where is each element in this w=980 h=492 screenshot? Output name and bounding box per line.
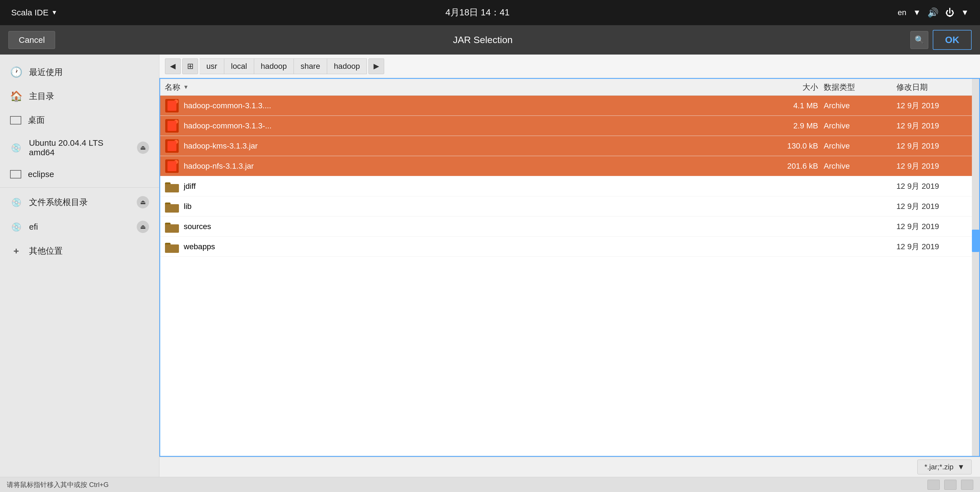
table-row[interactable]: sources12 9月 2019 [160,217,979,237]
sidebar-item-desktop[interactable]: 桌面 [0,108,159,132]
back-arrow-icon: ◀ [170,62,176,70]
language-arrow-icon[interactable]: ▼ [913,8,921,17]
plus-icon: + [10,245,22,256]
file-date-cell: 12 9月 2019 [896,100,975,111]
table-row[interactable]: lib12 9月 2019 [160,196,979,217]
dialog-body: 🕐 最近使用 🏠 主目录 桌面 💿 Ubuntu 20.04.4 LTS amd… [0,54,980,477]
sidebar-item-other[interactable]: + 其他位置 [0,239,159,263]
sidebar-label-efi: efi [29,222,38,232]
file-rows-container: hadoop-common-3.1.3....4.1 MBArchive12 9… [160,96,979,257]
file-name-cell: jdiff [184,182,768,191]
folder-icon [165,239,179,254]
breadcrumb-hadoop1[interactable]: hadoop [254,59,294,74]
status-hint: 请将鼠标指针移入其中或按 Ctrl+G [7,480,109,489]
svg-rect-5 [165,225,179,233]
file-name-cell: hadoop-kms-3.1.3.jar [184,142,768,150]
table-row[interactable]: hadoop-common-3.1.3....4.1 MBArchive12 9… [160,96,979,116]
efi-icon: 💿 [10,222,22,232]
svg-rect-7 [165,244,179,253]
more-arrow-icon: ▶ [374,62,379,70]
status-right [928,480,973,490]
table-row[interactable]: webapps12 9月 2019 [160,237,979,257]
cancel-button[interactable]: Cancel [8,31,55,49]
status-btn-1[interactable] [928,480,940,490]
svg-rect-1 [165,184,179,193]
folder-icon [165,199,179,214]
system-bar-left: Scala IDE ▼ [11,8,57,18]
breadcrumb-share[interactable]: share [294,59,327,74]
app-name-label[interactable]: Scala IDE [11,8,48,18]
sidebar-item-efi[interactable]: 💿 efi ⏏ [0,215,159,239]
jar-file-icon [165,159,179,174]
column-type-header[interactable]: 数据类型 [824,82,896,92]
sidebar-item-recent[interactable]: 🕐 最近使用 [0,60,159,84]
dialog-header: Cancel JAR Selection 🔍 OK [0,25,980,54]
sidebar-item-fsroot[interactable]: 💿 文件系统根目录 ⏏ [0,190,159,215]
app-menu-arrow-icon[interactable]: ▼ [51,9,57,16]
eject-ubuntu-button[interactable]: ⏏ [137,142,149,154]
breadcrumb-hadoop2[interactable]: hadoop [327,59,367,74]
search-button[interactable]: 🔍 [910,31,928,49]
breadcrumb-home-button[interactable]: ⊞ [182,59,198,74]
breadcrumb-usr[interactable]: usr [200,59,224,74]
file-type-cell: Archive [824,162,896,170]
column-size-header[interactable]: 大小 [768,82,824,92]
jar-file-icon [165,119,179,133]
file-type-cell: Archive [824,142,896,150]
table-row[interactable]: jdiff12 9月 2019 [160,176,979,196]
system-bar-right: en ▼ 🔊 ⏻ ▼ [897,7,969,18]
file-list-header: 名称 ▼ 大小 数据类型 修改日期 [160,79,979,96]
jar-file-icon [165,139,179,153]
table-row[interactable]: hadoop-nfs-3.1.3.jar201.6 kBArchive12 9月… [160,156,979,176]
file-name-cell: hadoop-nfs-3.1.3.jar [184,162,768,170]
file-list-container: 名称 ▼ 大小 数据类型 修改日期 hadoop-common-3.1.3...… [159,78,980,457]
status-btn-2[interactable] [944,480,956,490]
clock-icon: 🕐 [10,66,22,78]
column-date-header[interactable]: 修改日期 [896,82,975,92]
main-content: ◀ ⊞ usr local hadoop share hadoo [159,54,980,477]
table-row[interactable]: hadoop-kms-3.1.3.jar130.0 kBArchive12 9月… [160,136,979,156]
filter-arrow-icon: ▼ [957,463,965,471]
file-date-cell: 12 9月 2019 [896,221,975,232]
sidebar-item-ubuntu[interactable]: 💿 Ubuntu 20.04.4 LTS amd64 ⏏ [0,132,159,163]
volume-icon[interactable]: 🔊 [928,7,939,18]
filter-dropdown[interactable]: *.jar;*.zip ▼ [917,460,972,474]
breadcrumb-back-button[interactable]: ◀ [165,59,181,74]
fsroot-icon: 💿 [10,197,22,207]
home-icon: 🏠 [10,90,22,102]
breadcrumb-local[interactable]: local [224,59,254,74]
file-date-cell: 12 9月 2019 [896,161,975,172]
svg-rect-3 [165,204,179,213]
filter-label: *.jar;*.zip [924,463,953,471]
sidebar-label-eclipse: eclipse [28,169,54,179]
file-size-cell: 201.6 kB [768,162,824,170]
jar-selection-dialog: Cancel JAR Selection 🔍 OK 🕐 最近使用 🏠 主目录 [0,25,980,492]
status-bar: 请将鼠标指针移入其中或按 Ctrl+G [0,477,980,492]
scrollbar-track[interactable] [972,79,979,456]
filter-bar: *.jar;*.zip ▼ [159,457,980,477]
eject-efi-button[interactable]: ⏏ [137,221,149,233]
sidebar-item-eclipse[interactable]: eclipse [0,163,159,185]
sort-arrow-icon: ▼ [183,84,189,90]
folder-eclipse-icon [10,170,21,178]
sidebar-item-home[interactable]: 🏠 主目录 [0,84,159,108]
power-icon[interactable]: ⏻ [945,8,954,18]
eject-fsroot-button[interactable]: ⏏ [137,196,149,209]
sidebar-label-desktop: 桌面 [28,115,45,126]
dialog-title: JAR Selection [55,34,910,45]
file-type-cell: Archive [824,101,896,110]
sidebar-label-ubuntu: Ubuntu 20.04.4 LTS amd64 [29,138,130,157]
power-arrow-icon[interactable]: ▼ [961,8,969,17]
scrollbar-thumb[interactable] [972,229,979,252]
home-breadcrumb-icon: ⊞ [187,62,194,71]
language-label[interactable]: en [897,8,906,17]
file-date-cell: 12 9月 2019 [896,141,975,151]
datetime-label: 4月18日 14：41 [445,6,509,19]
sidebar: 🕐 最近使用 🏠 主目录 桌面 💿 Ubuntu 20.04.4 LTS amd… [0,54,159,477]
table-row[interactable]: hadoop-common-3.1.3-...2.9 MBArchive12 9… [160,116,979,136]
ok-button[interactable]: OK [933,30,972,50]
column-name-header[interactable]: 名称 ▼ [165,82,768,92]
breadcrumb-more-button[interactable]: ▶ [369,59,384,74]
header-actions: 🔍 OK [910,30,972,50]
status-btn-3[interactable] [961,480,973,490]
